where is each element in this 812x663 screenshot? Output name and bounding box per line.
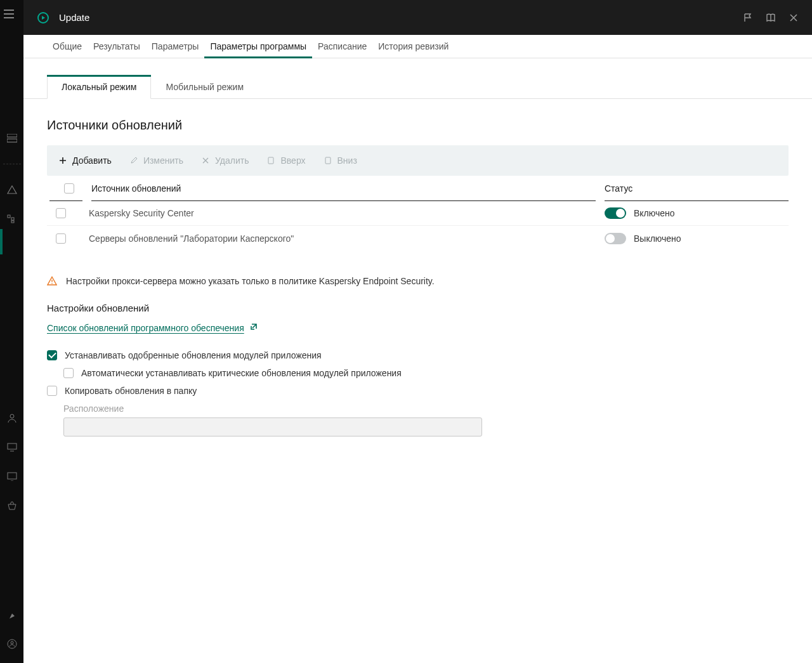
edit-button-label: Изменить (143, 155, 183, 166)
sidebar-icon-settings[interactable] (6, 608, 18, 621)
warning-icon (47, 276, 57, 286)
status-text: Включено (634, 208, 675, 218)
add-button[interactable]: Добавить (58, 155, 112, 166)
software-updates-link-row: Список обновлений программного обеспечен… (47, 322, 789, 334)
pencil-icon (129, 156, 138, 165)
sidebar (0, 0, 23, 663)
sidebar-active-indicator (0, 229, 3, 254)
svg-point-12 (51, 283, 53, 284)
sidebar-icon-monitor[interactable] (6, 470, 18, 483)
table-header-row: Источник обновлений Статус (47, 176, 789, 201)
row-checkbox[interactable] (56, 233, 66, 244)
plus-icon (58, 156, 67, 165)
book-icon[interactable] (765, 12, 776, 23)
table-row[interactable]: Kaspersky Security Center Включено (47, 201, 789, 226)
svg-point-9 (11, 641, 13, 644)
approved-updates-checkbox[interactable] (47, 350, 57, 360)
auto-critical-checkbox[interactable] (63, 368, 74, 378)
select-all-checkbox[interactable] (64, 183, 74, 194)
sidebar-icon-structure[interactable] (6, 213, 18, 225)
svg-rect-3 (11, 218, 14, 220)
svg-rect-10 (268, 157, 273, 164)
header-checkbox-cell (49, 176, 82, 201)
copy-folder-checkbox[interactable] (47, 386, 57, 396)
header-status[interactable]: Статус (605, 176, 789, 201)
sidebar-icon-users[interactable] (6, 412, 18, 424)
table-row[interactable]: Серверы обновлений "Лаборатории Касперск… (47, 226, 789, 251)
auto-critical-label: Автоматически устанавливать критические … (81, 368, 402, 378)
copy-folder-label: Копировать обновления в папку (65, 386, 197, 396)
hamburger-icon (3, 10, 15, 18)
svg-point-5 (10, 414, 14, 418)
tab-general[interactable]: Общие (47, 35, 88, 58)
sources-section-title: Источники обновлений (47, 118, 789, 133)
tab-results[interactable]: Результаты (88, 35, 146, 58)
proxy-warning: Настройки прокси-сервера можно указать т… (47, 276, 789, 286)
main-panel: Update Общие Результаты Параметры Параме… (23, 0, 812, 663)
tab-schedule[interactable]: Расписание (312, 35, 372, 58)
add-button-label: Добавить (72, 155, 112, 166)
location-label: Расположение (63, 404, 789, 414)
main-tabs: Общие Результаты Параметры Параметры про… (23, 35, 812, 58)
svg-rect-0 (7, 134, 17, 137)
warning-text: Настройки прокси-сервера можно указать т… (66, 276, 435, 286)
sources-toolbar: Добавить Изменить Удалить Вверх Вниз (47, 145, 789, 176)
sidebar-divider (3, 164, 21, 164)
source-name: Серверы обновлений "Лаборатории Касперск… (89, 233, 294, 244)
svg-rect-4 (11, 221, 14, 223)
row-checkbox[interactable] (56, 208, 66, 218)
menu-toggle-button[interactable] (0, 0, 20, 28)
update-icon (37, 12, 49, 23)
external-link-icon (249, 322, 258, 334)
source-name: Kaspersky Security Center (89, 208, 194, 218)
svg-rect-2 (8, 215, 10, 218)
edit-button: Изменить (129, 155, 183, 166)
opt-autocritical-row: Автоматически устанавливать критические … (63, 368, 789, 378)
opt-approved-row: Устанавливать одобренные обновления моду… (47, 350, 789, 360)
content-area: Источники обновлений Добавить Изменить У… (23, 99, 812, 456)
up-button-label: Вверх (280, 155, 305, 166)
down-button-label: Вниз (337, 155, 357, 166)
page-title: Update (59, 12, 89, 23)
header-bar: Update (23, 0, 812, 35)
sidebar-icon-dashboard[interactable] (6, 132, 18, 145)
sub-tab-mobile[interactable]: Мобильный режим (151, 75, 258, 98)
close-icon[interactable] (788, 12, 799, 23)
sidebar-icon-devices[interactable] (6, 441, 18, 454)
settings-section-title: Настройки обновлений (47, 303, 789, 313)
sidebar-icon-account[interactable] (6, 638, 18, 650)
up-icon (266, 156, 275, 165)
down-button: Вниз (324, 155, 357, 166)
software-updates-link[interactable]: Список обновлений программного обеспечен… (47, 323, 244, 333)
svg-rect-7 (8, 473, 16, 479)
header-source[interactable]: Источник обновлений (91, 176, 596, 201)
sub-tabs: Локальный режим Мобильный режим (47, 75, 812, 98)
tab-parameters[interactable]: Параметры (146, 35, 205, 58)
x-icon (201, 156, 210, 165)
sub-tabs-wrap: Локальный режим Мобильный режим (23, 58, 812, 99)
up-button: Вверх (266, 155, 305, 166)
sidebar-icon-alerts[interactable] (6, 183, 18, 196)
tab-program-parameters[interactable]: Параметры программы (204, 35, 312, 58)
svg-rect-6 (8, 443, 16, 449)
approved-updates-label: Устанавливать одобренные обновления моду… (65, 350, 322, 360)
down-icon (324, 156, 332, 165)
svg-rect-11 (325, 157, 331, 164)
sources-table: Источник обновлений Статус Kaspersky Sec… (47, 176, 789, 251)
flag-icon[interactable] (742, 12, 754, 23)
status-toggle[interactable] (605, 207, 626, 219)
update-options: Устанавливать одобренные обновления моду… (47, 350, 789, 437)
sub-tab-local[interactable]: Локальный режим (47, 75, 151, 99)
location-input (63, 417, 482, 437)
delete-button-label: Удалить (215, 155, 249, 166)
tab-revisions[interactable]: История ревизий (372, 35, 454, 58)
opt-copyfolder-row: Копировать обновления в папку (47, 386, 789, 396)
delete-button: Удалить (201, 155, 249, 166)
svg-rect-1 (7, 139, 17, 142)
status-text: Выключено (634, 233, 681, 244)
sidebar-icon-basket[interactable] (6, 499, 18, 512)
status-toggle[interactable] (605, 233, 626, 244)
